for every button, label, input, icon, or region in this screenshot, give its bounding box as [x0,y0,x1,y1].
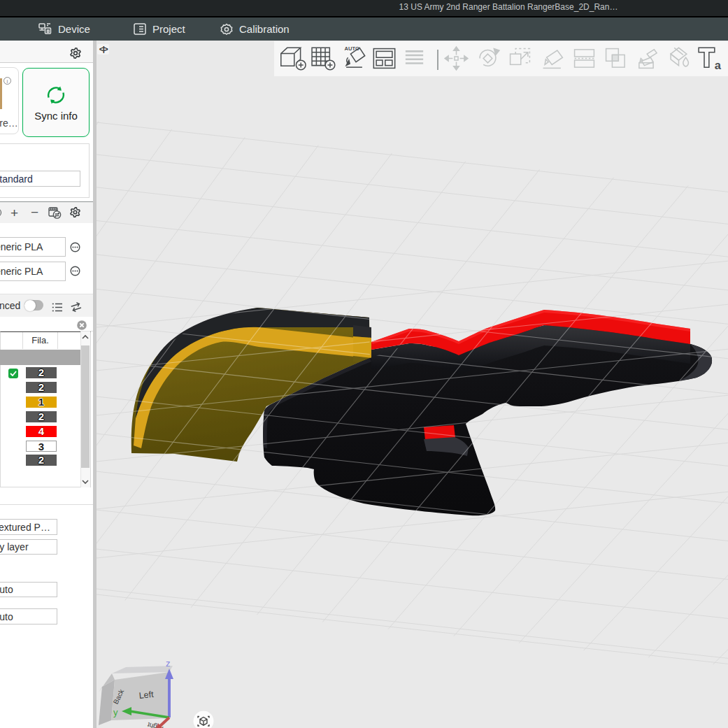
svg-text:z: z [166,658,171,669]
svg-text:a: a [715,59,722,71]
svg-text:AUTO: AUTO [345,45,359,52]
svg-text:Left: Left [138,690,155,701]
svg-text:y: y [113,707,118,718]
